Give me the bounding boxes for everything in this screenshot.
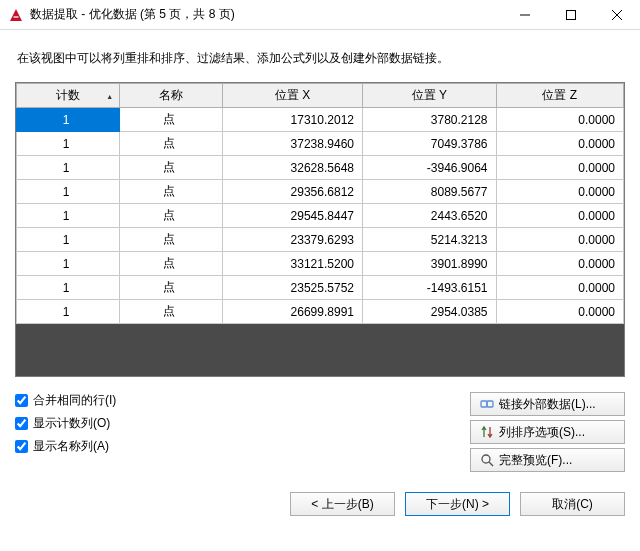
cell-name[interactable]: 点: [120, 108, 223, 132]
wizard-nav: < 上一步(B) 下一步(N) > 取消(C): [0, 484, 640, 528]
close-icon: [612, 10, 622, 20]
cell-z[interactable]: 0.0000: [496, 132, 623, 156]
sort-icon: [479, 424, 495, 440]
cell-y[interactable]: -1493.6151: [362, 276, 496, 300]
cell-z[interactable]: 0.0000: [496, 180, 623, 204]
col-name-label: 名称: [159, 88, 183, 102]
cell-count[interactable]: 1: [17, 204, 120, 228]
cell-z[interactable]: 0.0000: [496, 276, 623, 300]
table-row[interactable]: 1点37238.94607049.37860.0000: [17, 132, 624, 156]
check-show-count[interactable]: 显示计数列(O): [15, 415, 470, 432]
cell-z[interactable]: 0.0000: [496, 156, 623, 180]
svg-rect-5: [487, 401, 493, 407]
svg-rect-4: [481, 401, 487, 407]
data-grid-area: 计数 ▲ 名称 位置 X 位置 Y 位置 Z 1点17310.20123780.…: [15, 82, 625, 377]
table-row[interactable]: 1点23525.5752-1493.61510.0000: [17, 276, 624, 300]
data-grid[interactable]: 计数 ▲ 名称 位置 X 位置 Y 位置 Z 1点17310.20123780.…: [16, 83, 624, 324]
column-sort-options-button[interactable]: 列排序选项(S)...: [470, 420, 625, 444]
cell-name[interactable]: 点: [120, 228, 223, 252]
cell-count[interactable]: 1: [17, 180, 120, 204]
table-row[interactable]: 1点29356.68128089.56770.0000: [17, 180, 624, 204]
cell-count[interactable]: 1: [17, 108, 120, 132]
col-name[interactable]: 名称: [120, 84, 223, 108]
cell-x[interactable]: 29545.8447: [223, 204, 363, 228]
cell-name[interactable]: 点: [120, 252, 223, 276]
maximize-button[interactable]: [548, 0, 594, 30]
cell-x[interactable]: 32628.5648: [223, 156, 363, 180]
check-merge-rows[interactable]: 合并相同的行(I): [15, 392, 470, 409]
page-description: 在该视图中可以将列重排和排序、过滤结果、添加公式列以及创建外部数据链接。: [17, 50, 625, 67]
cell-name[interactable]: 点: [120, 276, 223, 300]
cell-count[interactable]: 1: [17, 132, 120, 156]
link-external-data-button[interactable]: 链接外部数据(L)...: [470, 392, 625, 416]
table-row[interactable]: 1点23379.62935214.32130.0000: [17, 228, 624, 252]
cell-x[interactable]: 33121.5200: [223, 252, 363, 276]
next-button[interactable]: 下一步(N) >: [405, 492, 510, 516]
cell-z[interactable]: 0.0000: [496, 204, 623, 228]
cell-y[interactable]: 8089.5677: [362, 180, 496, 204]
cell-y[interactable]: 5214.3213: [362, 228, 496, 252]
cell-count[interactable]: 1: [17, 276, 120, 300]
cell-z[interactable]: 0.0000: [496, 108, 623, 132]
table-row[interactable]: 1点26699.89912954.03850.0000: [17, 300, 624, 324]
link-icon: [479, 396, 495, 412]
cell-count[interactable]: 1: [17, 252, 120, 276]
sort-asc-icon: ▲: [106, 92, 113, 99]
cell-y[interactable]: 2954.0385: [362, 300, 496, 324]
cell-x[interactable]: 29356.6812: [223, 180, 363, 204]
cell-y[interactable]: 2443.6520: [362, 204, 496, 228]
cell-x[interactable]: 23525.5752: [223, 276, 363, 300]
checkbox-group: 合并相同的行(I) 显示计数列(O) 显示名称列(A): [15, 392, 470, 461]
minimize-button[interactable]: [502, 0, 548, 30]
svg-point-6: [482, 455, 490, 463]
titlebar: 数据提取 - 优化数据 (第 5 页，共 8 页): [0, 0, 640, 30]
app-icon: [8, 7, 24, 23]
cell-x[interactable]: 23379.6293: [223, 228, 363, 252]
cell-y[interactable]: 7049.3786: [362, 132, 496, 156]
check-show-count-input[interactable]: [15, 417, 28, 430]
table-row[interactable]: 1点33121.52003901.89900.0000: [17, 252, 624, 276]
cell-count[interactable]: 1: [17, 300, 120, 324]
back-button[interactable]: < 上一步(B): [290, 492, 395, 516]
cell-count[interactable]: 1: [17, 156, 120, 180]
cell-z[interactable]: 0.0000: [496, 252, 623, 276]
table-row[interactable]: 1点17310.20123780.21280.0000: [17, 108, 624, 132]
cancel-button[interactable]: 取消(C): [520, 492, 625, 516]
cell-x[interactable]: 17310.2012: [223, 108, 363, 132]
close-button[interactable]: [594, 0, 640, 30]
cell-name[interactable]: 点: [120, 180, 223, 204]
table-row[interactable]: 1点29545.84472443.65200.0000: [17, 204, 624, 228]
cell-y[interactable]: -3946.9064: [362, 156, 496, 180]
check-show-name[interactable]: 显示名称列(A): [15, 438, 470, 455]
side-button-group: 链接外部数据(L)... 列排序选项(S)... 完整预览(F)...: [470, 392, 625, 476]
check-show-name-input[interactable]: [15, 440, 28, 453]
options-row: 合并相同的行(I) 显示计数列(O) 显示名称列(A) 链接外部数据(L)...: [15, 392, 625, 476]
cell-y[interactable]: 3901.8990: [362, 252, 496, 276]
cell-count[interactable]: 1: [17, 228, 120, 252]
cell-z[interactable]: 0.0000: [496, 228, 623, 252]
maximize-icon: [566, 10, 576, 20]
cell-z[interactable]: 0.0000: [496, 300, 623, 324]
col-z[interactable]: 位置 Z: [496, 84, 623, 108]
header-row: 计数 ▲ 名称 位置 X 位置 Y 位置 Z: [17, 84, 624, 108]
cancel-button-label: 取消(C): [552, 496, 593, 513]
check-show-count-label: 显示计数列(O): [33, 415, 110, 432]
full-preview-button[interactable]: 完整预览(F)...: [470, 448, 625, 472]
col-z-label: 位置 Z: [542, 88, 577, 102]
col-y-label: 位置 Y: [412, 88, 447, 102]
cell-y[interactable]: 3780.2128: [362, 108, 496, 132]
col-x[interactable]: 位置 X: [223, 84, 363, 108]
cell-name[interactable]: 点: [120, 204, 223, 228]
cell-name[interactable]: 点: [120, 156, 223, 180]
col-count[interactable]: 计数 ▲: [17, 84, 120, 108]
col-x-label: 位置 X: [275, 88, 310, 102]
cell-x[interactable]: 26699.8991: [223, 300, 363, 324]
cell-x[interactable]: 37238.9460: [223, 132, 363, 156]
table-row[interactable]: 1点32628.5648-3946.90640.0000: [17, 156, 624, 180]
cell-name[interactable]: 点: [120, 300, 223, 324]
cell-name[interactable]: 点: [120, 132, 223, 156]
col-y[interactable]: 位置 Y: [362, 84, 496, 108]
preview-icon: [479, 452, 495, 468]
svg-line-7: [489, 462, 493, 466]
check-merge-rows-input[interactable]: [15, 394, 28, 407]
